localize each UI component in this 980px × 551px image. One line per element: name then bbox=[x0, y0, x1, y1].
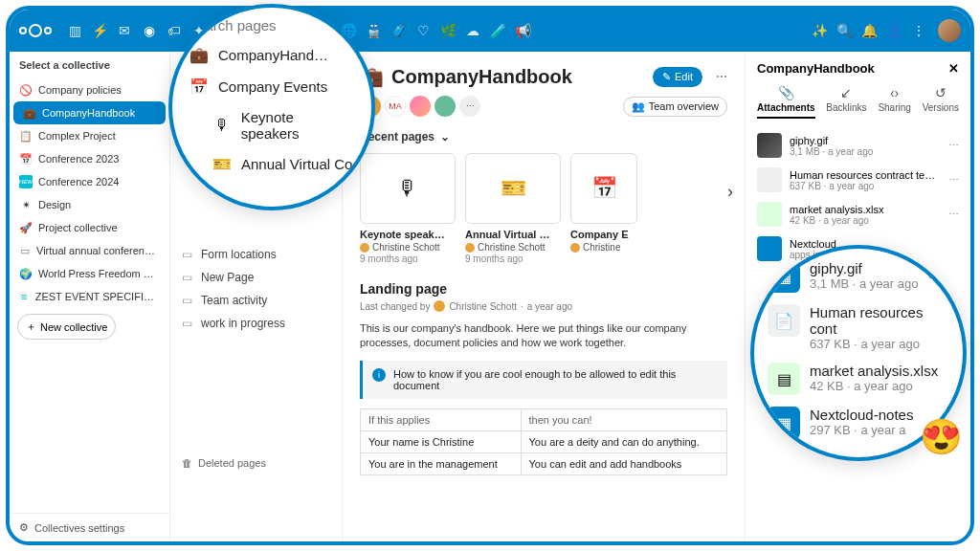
recent-pages-header[interactable]: Recent pages⌄ bbox=[360, 130, 727, 143]
table-row: Your name is ChristineYou are a deity an… bbox=[361, 430, 727, 452]
page-icon: ▭ bbox=[182, 317, 195, 330]
tree-item[interactable]: 📅Company Events bbox=[172, 71, 371, 102]
contacts-icon[interactable]: 👤 bbox=[884, 21, 903, 40]
search-icon[interactable]: 🔍 bbox=[835, 21, 854, 40]
plant-icon[interactable]: 🌿 bbox=[438, 21, 457, 40]
apps-icon[interactable]: ⋮ bbox=[909, 21, 928, 40]
tags-icon[interactable]: 🏷 bbox=[165, 21, 184, 40]
ticket-icon: 🎫 bbox=[501, 176, 526, 201]
avatar-icon bbox=[434, 300, 445, 312]
clipboard-icon: 📋 bbox=[19, 129, 33, 143]
attachment-item[interactable]: giphy.gif3,1 MB · a year ago ⋯ bbox=[757, 128, 959, 163]
sidebar-header: Select a collective bbox=[10, 52, 169, 78]
main-content: 💼CompanyHandbook ✎Edit ⋯ MA ⋯ 👥Team over… bbox=[343, 52, 745, 541]
backlink-icon: ↙ bbox=[840, 85, 852, 100]
globe-icon: 🌍 bbox=[19, 267, 33, 280]
tree-item[interactable]: 🎙Keynote speakers bbox=[172, 102, 371, 148]
top-bar: ▥ ⚡ ✉ ◉ 🏷 ✦ ≡ ✓ ⊞ 🔗 📍 🌐 🚆 🧳 ♡ 🌿 ☁ 🧪 📢 ✨ … bbox=[10, 10, 970, 52]
tree-item[interactable]: ▭Team activity bbox=[170, 289, 342, 312]
ticket-icon: 🎫 bbox=[212, 155, 232, 173]
tab-attachments[interactable]: 📎Attachments bbox=[757, 85, 815, 119]
more-icon[interactable]: ⋯ bbox=[948, 174, 959, 187]
collective-item[interactable]: 🚀Project collective bbox=[10, 216, 169, 239]
recent-page-card[interactable]: 🎙 Keynote speak… Christine Schott 9 mont… bbox=[360, 153, 456, 264]
page-body-text: This is our company's handbook. Here we … bbox=[360, 321, 727, 351]
tree-item[interactable]: ▭New Page bbox=[170, 266, 342, 289]
collective-item[interactable]: 📅Conference 2023 bbox=[10, 147, 169, 170]
bolt-icon[interactable]: ⚡ bbox=[90, 21, 109, 40]
attachment-item[interactable]: Human resources contract template.pdf637… bbox=[757, 163, 959, 197]
folder-icon: ▭ bbox=[19, 244, 31, 257]
recent-page-card[interactable]: 🎫 Annual Virtual … Christine Schott 9 mo… bbox=[465, 153, 561, 264]
tab-versions[interactable]: ↺Versions bbox=[923, 85, 959, 119]
tree-item[interactable]: 💼CompanyHand… bbox=[172, 39, 371, 71]
last-changed: Last changed by Christine Schott · a yea… bbox=[360, 300, 727, 312]
microphone-icon: 🎙 bbox=[397, 176, 418, 201]
history-icon: ↺ bbox=[935, 85, 947, 100]
briefcase-icon: 💼 bbox=[189, 46, 209, 64]
collective-item[interactable]: ▭Virtual annual conference int… bbox=[10, 239, 169, 262]
avatar[interactable] bbox=[434, 96, 456, 117]
table-header: If this applies bbox=[361, 408, 522, 430]
briefcase-icon: 💼 bbox=[23, 106, 36, 120]
tree-item[interactable]: 🎫Annual Virtual Co bbox=[172, 148, 371, 180]
attachment-item[interactable]: 📄 Human resources cont637 KB · a year ag… bbox=[754, 298, 963, 357]
more-icon[interactable]: ⋯ bbox=[948, 140, 959, 152]
avatar[interactable] bbox=[410, 96, 431, 117]
more-icon[interactable]: ⋯ bbox=[948, 209, 959, 221]
file-thumb-icon: ▤ bbox=[768, 363, 800, 395]
team-overview-button[interactable]: 👥Team overview bbox=[623, 97, 727, 117]
page-menu-icon[interactable]: ⋯ bbox=[716, 70, 727, 83]
table-header: then you can! bbox=[521, 408, 726, 430]
team-icon: 👥 bbox=[632, 100, 645, 113]
heart-eyes-emoji-icon: 😍 bbox=[920, 417, 963, 457]
close-icon[interactable]: ✕ bbox=[948, 61, 959, 76]
attachment-item[interactable]: ▤ market analysis.xlsx42 KB · a year ago bbox=[754, 357, 963, 401]
collective-item[interactable]: ≡ZEST EVENT SPECIFIC COLLE… bbox=[10, 285, 169, 308]
chevron-down-icon: ⌄ bbox=[440, 130, 450, 143]
collective-item[interactable]: 📋Complex Project bbox=[10, 124, 169, 147]
collective-item[interactable]: NEWConference 2024 bbox=[10, 170, 169, 193]
avatar[interactable]: MA bbox=[385, 96, 406, 117]
collective-item-active[interactable]: 💼CompanyHandbook bbox=[13, 101, 166, 124]
lab-icon[interactable]: 🧪 bbox=[488, 21, 507, 40]
paperclip-icon: 📎 bbox=[778, 85, 794, 100]
deleted-pages[interactable]: 🗑Deleted pages bbox=[170, 450, 342, 476]
landing-page-header: Landing page bbox=[360, 281, 727, 297]
page-title: 💼CompanyHandbook bbox=[360, 65, 572, 88]
trash-icon: 🗑 bbox=[182, 457, 192, 469]
gear-icon: ⚙ bbox=[19, 521, 29, 534]
edit-button[interactable]: ✎Edit bbox=[653, 67, 702, 87]
calendar-icon: 📅 bbox=[19, 152, 33, 165]
briefcase-icon[interactable]: 🧳 bbox=[389, 21, 408, 40]
attachment-item[interactable]: market analysis.xlsx42 KB · a year ago ⋯ bbox=[757, 197, 959, 231]
mail-icon[interactable]: ✉ bbox=[115, 21, 134, 40]
tree-item[interactable]: ▭work in progress bbox=[170, 312, 342, 335]
tab-backlinks[interactable]: ↙Backlinks bbox=[826, 85, 866, 119]
megaphone-icon[interactable]: 📢 bbox=[513, 21, 532, 40]
cloud-icon[interactable]: ☁ bbox=[463, 21, 482, 40]
heart-icon[interactable]: ♡ bbox=[413, 21, 433, 40]
user-avatar[interactable] bbox=[938, 19, 961, 42]
more-avatars-icon[interactable]: ⋯ bbox=[459, 96, 480, 117]
plus-icon: ＋ bbox=[26, 320, 36, 334]
collective-item[interactable]: 🚫Company policies bbox=[10, 78, 169, 101]
recent-page-card[interactable]: 📅 Company E Christine bbox=[570, 153, 637, 264]
collective-item[interactable]: ✴Design bbox=[10, 193, 169, 216]
dashboard-icon[interactable]: ▥ bbox=[65, 21, 84, 40]
sparkle-icon: ✴ bbox=[19, 198, 33, 211]
tree-item[interactable]: ▭Form locations bbox=[170, 243, 342, 266]
new-collective-button[interactable]: ＋New collective bbox=[17, 314, 116, 340]
block-icon: 🚫 bbox=[19, 83, 33, 97]
bell-icon[interactable]: 🔔 bbox=[859, 21, 879, 40]
tab-sharing[interactable]: ‹›Sharing bbox=[878, 85, 910, 119]
page-icon: ▭ bbox=[182, 271, 195, 284]
sparkle-icon[interactable]: ✨ bbox=[810, 21, 829, 40]
collectives-settings[interactable]: ⚙Collectives settings bbox=[10, 513, 169, 541]
collectives-icon[interactable]: ◉ bbox=[140, 21, 159, 40]
collective-item[interactable]: 🌍World Press Freedom Day bbox=[10, 262, 169, 285]
calendar-icon: 📅 bbox=[189, 77, 209, 96]
app-logo[interactable] bbox=[19, 24, 52, 37]
chevron-right-icon[interactable]: › bbox=[727, 182, 733, 202]
train-icon[interactable]: 🚆 bbox=[364, 21, 383, 40]
